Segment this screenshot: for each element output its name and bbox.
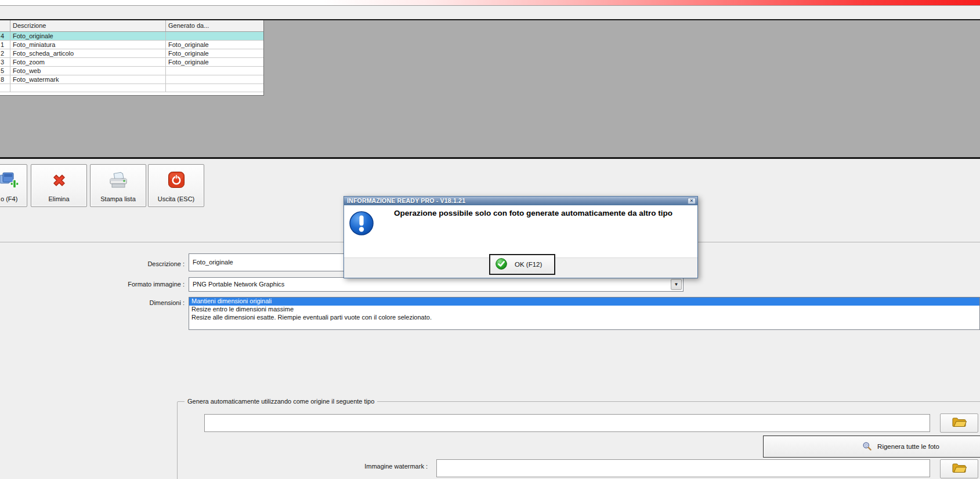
rigenera-button-label: Rigenera tutte le foto [877, 443, 939, 450]
table-empty-row [0, 84, 263, 92]
listbox-option[interactable]: Resize alle dimensioni esatte. Riempie e… [189, 314, 979, 322]
origine-tipo-input[interactable] [204, 414, 930, 432]
toolbar-button-label: Elimina [48, 195, 69, 202]
toolbar-button-label: Stampa lista [100, 195, 136, 202]
browse-origine-button[interactable] [940, 413, 978, 433]
check-icon [496, 258, 507, 271]
toolbar-button-label: Uscita (ESC) [158, 195, 195, 202]
table-row[interactable]: 2 Foto_scheda_articolo Foto_originale [0, 49, 263, 58]
table-row[interactable]: 1 Foto_miniatura Foto_originale [0, 41, 263, 49]
delete-x-icon [50, 171, 68, 191]
dimensioni-label: Dimensioni : [149, 299, 185, 306]
browse-watermark-button[interactable] [940, 459, 978, 478]
folder-icon [952, 462, 967, 476]
col-id-header[interactable] [0, 20, 10, 31]
stampa-lista-button[interactable]: Stampa lista [90, 164, 146, 207]
dialog-message: Operazione possibile solo con foto gener… [379, 208, 688, 219]
top-gradient-bar [0, 0, 980, 6]
combobox-value: PNG Portable Network Graphics [193, 281, 284, 288]
rigenera-tutte-le-foto-button[interactable]: Rigenera tutte le foto [763, 436, 980, 458]
groupbox-legend: Genera automaticamente utilizzando come … [185, 398, 377, 405]
dimensioni-listbox: Mantieni dimensioni originali Resize ent… [189, 297, 980, 330]
dialog-close-button[interactable]: × [688, 198, 696, 204]
panel-bottom-border [0, 157, 980, 159]
table-header-row: Descrizione Generato da... [0, 20, 263, 32]
uscita-button[interactable]: Uscita (ESC) [148, 164, 204, 207]
elimina-button[interactable]: Elimina [31, 164, 87, 207]
new-photo-type-button[interactable]: o (F4) [0, 164, 27, 207]
toolbar-button-label: o (F4) [1, 195, 17, 202]
table-row[interactable]: 8 Foto_watermark [0, 75, 263, 84]
chevron-down-icon: ▼ [674, 282, 679, 287]
info-dialog: INFORMAZIONE READY PRO - V18.1.21 × Oper… [343, 196, 698, 278]
photo-types-table: Descrizione Generato da... 4 Foto_origin… [0, 20, 264, 96]
table-row[interactable]: 3 Foto_zoom Foto_originale [0, 58, 263, 67]
power-off-icon [168, 171, 185, 190]
watermark-input[interactable] [436, 459, 930, 477]
descrizione-label: Descrizione : [147, 260, 185, 267]
formato-immagine-combobox[interactable]: PNG Portable Network Graphics ▼ [189, 277, 684, 292]
app-window: Descrizione Generato da... 4 Foto_origin… [0, 0, 980, 479]
immagine-watermark-label: Immagine watermark : [364, 463, 428, 470]
listbox-option[interactable]: Mantieni dimensioni originali [189, 297, 979, 306]
formato-immagine-label: Formato immagine : [128, 281, 185, 288]
folder-icon [952, 416, 967, 430]
combo-dropdown-button[interactable]: ▼ [671, 279, 682, 290]
ok-button[interactable]: OK (F12) [489, 254, 555, 275]
info-icon [349, 211, 374, 236]
dialog-titlebar[interactable]: INFORMAZIONE READY PRO - V18.1.21 [344, 197, 697, 205]
listbox-option[interactable]: Resize entro le dimensioni massime [189, 306, 979, 314]
table-row[interactable]: 4 Foto_originale [0, 32, 263, 41]
col-descrizione-header[interactable]: Descrizione [10, 20, 166, 31]
close-icon: × [690, 198, 693, 204]
ok-button-label: OK (F12) [515, 261, 542, 268]
table-row[interactable]: 5 Foto_web [0, 67, 263, 75]
add-item-icon [0, 171, 19, 190]
regenerate-photos-icon [862, 441, 872, 452]
printer-icon [108, 171, 129, 191]
dialog-title: INFORMAZIONE READY PRO - V18.1.21 [347, 197, 465, 204]
col-generato-header[interactable]: Generato da... [166, 20, 263, 31]
